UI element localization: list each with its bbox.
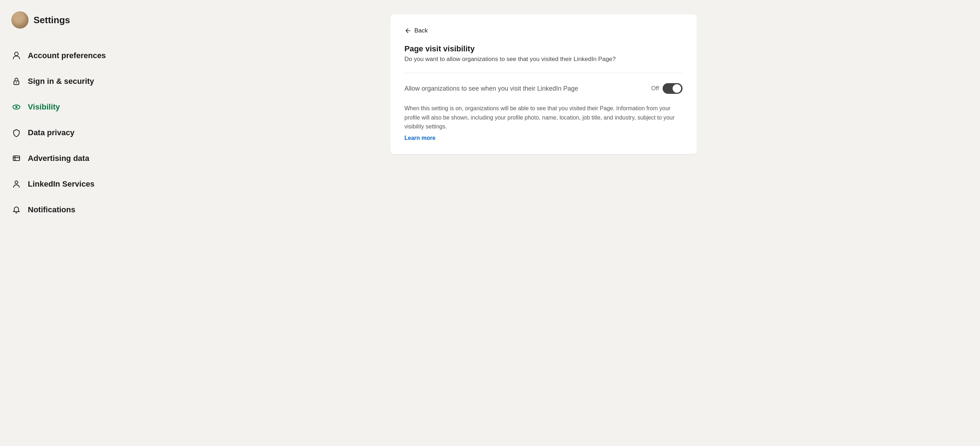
content-area: Back Page visit visibility Do you want t… xyxy=(390,14,697,432)
avatar[interactable] xyxy=(11,11,29,29)
back-button[interactable]: Back xyxy=(404,27,682,34)
shield-icon xyxy=(11,128,21,138)
page-visit-visibility-card: Back Page visit visibility Do you want t… xyxy=(390,14,697,154)
sidebar-item-sign-in-security[interactable]: Sign in & security xyxy=(11,68,107,94)
back-arrow-icon xyxy=(404,27,412,34)
sidebar-item-visibility[interactable]: Visibility xyxy=(11,94,107,120)
sidebar-item-data-privacy[interactable]: Data privacy xyxy=(11,120,107,146)
sidebar-item-label-sign-in-security: Sign in & security xyxy=(28,77,94,86)
svg-point-4 xyxy=(15,106,18,108)
lock-icon xyxy=(11,76,21,86)
sidebar-item-label-visibility: Visibility xyxy=(28,102,60,112)
page-subtitle: Do you want to allow organizations to se… xyxy=(404,56,682,63)
toggle-switch[interactable] xyxy=(663,83,682,94)
svg-point-2 xyxy=(16,83,17,83)
page-title: Page visit visibility xyxy=(404,44,682,54)
sidebar-item-label-advertising-data: Advertising data xyxy=(28,154,89,163)
main-content: Back Page visit visibility Do you want t… xyxy=(107,0,980,446)
sidebar-item-linkedin-services[interactable]: LinkedIn Services xyxy=(11,171,107,197)
app-title: Settings xyxy=(33,14,70,26)
setting-label: Allow organizations to see when you visi… xyxy=(404,85,578,92)
setting-row: Allow organizations to see when you visi… xyxy=(404,83,682,94)
sidebar-header: Settings xyxy=(11,11,107,29)
description-text: When this setting is on, organizations w… xyxy=(404,104,682,131)
learn-more-link[interactable]: Learn more xyxy=(404,135,436,141)
sidebar-item-label-linkedin-services: LinkedIn Services xyxy=(28,180,94,189)
svg-point-8 xyxy=(15,181,18,184)
sidebar: Settings Account preferences Sign in & s… xyxy=(0,0,107,446)
toggle-state-label: Off xyxy=(651,85,659,92)
sidebar-item-account-preferences[interactable]: Account preferences xyxy=(11,43,107,68)
svg-point-0 xyxy=(14,52,18,56)
ad-icon xyxy=(11,153,21,163)
toggle-slider xyxy=(663,83,682,94)
person-icon xyxy=(11,51,21,61)
bell-icon xyxy=(11,205,21,215)
back-label: Back xyxy=(414,27,428,34)
toggle-area: Off xyxy=(651,83,682,94)
sidebar-item-label-account-preferences: Account preferences xyxy=(28,51,106,60)
sidebar-item-label-notifications: Notifications xyxy=(28,205,75,214)
sidebar-item-notifications[interactable]: Notifications xyxy=(11,197,107,223)
person2-icon xyxy=(11,179,21,189)
svg-rect-5 xyxy=(13,156,20,161)
sidebar-item-label-data-privacy: Data privacy xyxy=(28,128,75,137)
sidebar-item-advertising-data[interactable]: Advertising data xyxy=(11,146,107,171)
divider xyxy=(404,73,682,73)
eye-icon xyxy=(11,102,21,112)
